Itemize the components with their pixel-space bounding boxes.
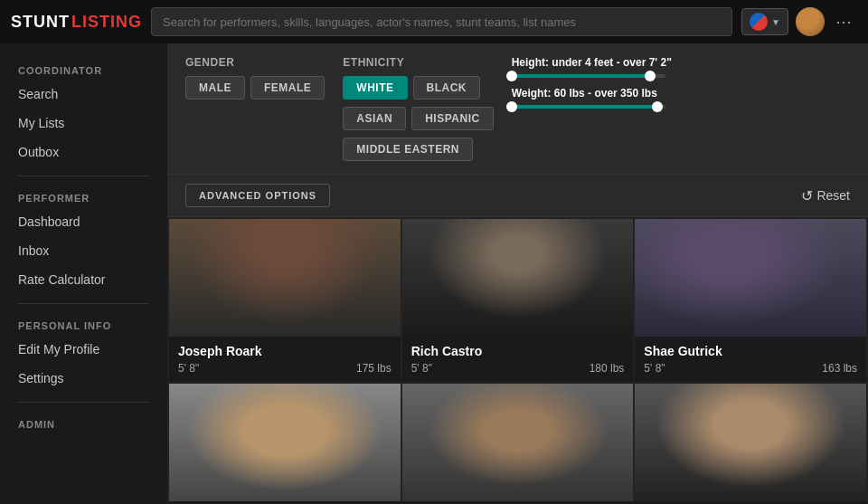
performer-card-5[interactable]	[402, 384, 634, 504]
weight-slider-fill	[512, 105, 658, 109]
sidebar-item-settings[interactable]: Settings	[0, 364, 167, 393]
reset-button[interactable]: ↺ Reset	[801, 187, 850, 204]
height-slider-track[interactable]	[512, 74, 665, 78]
height-label: Height: under 4 feet - over 7' 2"	[512, 56, 850, 69]
sidebar-item-outbox[interactable]: Outbox	[0, 138, 167, 166]
weight-slider-thumb-left[interactable]	[506, 101, 517, 112]
performer-height-rich: 5' 8"	[411, 362, 432, 375]
ethnicity-label: Ethnicity	[343, 56, 493, 69]
sidebar-divider-1	[18, 176, 149, 176]
admin-section-label: ADMIN	[0, 412, 167, 433]
advanced-options-button[interactable]: ADVANCED OPTIONS	[185, 184, 330, 207]
reset-icon: ↺	[801, 187, 813, 204]
weight-slider-thumb-right[interactable]	[652, 101, 663, 112]
performer-stats-shae: 5' 8" 163 lbs	[644, 362, 857, 375]
performer-photo-6	[635, 384, 866, 501]
content-area: Gender MALE FEMALE Ethnicity WHITE BLACK…	[167, 43, 868, 504]
sidebar: COORDINATOR Search My Lists Outbox PERFO…	[0, 43, 167, 504]
performer-name-shae: Shae Gutrick	[644, 344, 857, 358]
gender-female-button[interactable]: FEMALE	[250, 76, 325, 100]
main-layout: COORDINATOR Search My Lists Outbox PERFO…	[0, 43, 868, 504]
gender-buttons: MALE FEMALE	[185, 76, 325, 100]
coordinator-section-label: COORDINATOR	[0, 58, 167, 80]
performer-photo-joseph	[169, 219, 401, 337]
performer-section-label: PERFORMER	[0, 185, 167, 207]
sidebar-item-inbox[interactable]: Inbox	[0, 236, 167, 265]
search-input[interactable]	[151, 7, 732, 36]
ethnicity-buttons-row3: MIDDLE EASTERN	[343, 138, 493, 161]
sidebar-divider-2	[18, 303, 149, 304]
performer-weight-rich: 180 lbs	[590, 362, 625, 375]
ethnicity-buttons-row2: ASIAN HISPANIC	[343, 107, 493, 130]
flag-dropdown-icon: ▼	[771, 17, 780, 27]
height-slider-thumb-right[interactable]	[645, 71, 656, 81]
weight-label: Weight: 60 lbs - over 350 lbs	[512, 87, 850, 100]
nav-right: ▼ ⋯	[741, 7, 857, 36]
filter-actions-row: ADVANCED OPTIONS ↺ Reset	[167, 175, 868, 217]
gender-label: Gender	[185, 56, 325, 69]
performer-weight-shae: 163 lbs	[822, 362, 857, 375]
performer-card-shae-gutrick[interactable]: Shae Gutrick 5' 8" 163 lbs	[635, 219, 866, 382]
weight-label-text: Weight:	[512, 87, 554, 100]
performer-info-rich: Rich Castro 5' 8" 180 lbs	[402, 337, 634, 382]
sidebar-item-rate-calculator[interactable]: Rate Calculator	[0, 265, 167, 294]
performer-photo-4	[169, 384, 401, 501]
performer-photo-5	[402, 384, 634, 501]
performer-photo-shae	[635, 219, 866, 337]
height-slider-group: Height: under 4 feet - over 7' 2" Weight…	[512, 56, 850, 109]
performer-card-4[interactable]	[169, 384, 401, 504]
ethnicity-white-button[interactable]: WHITE	[343, 76, 407, 100]
ethnicity-filter-group: Ethnicity WHITE BLACK ASIAN HISPANIC MID…	[343, 56, 493, 161]
gender-filter-group: Gender MALE FEMALE	[185, 56, 325, 100]
menu-dots-button[interactable]: ⋯	[832, 12, 857, 32]
sidebar-item-my-lists[interactable]: My Lists	[0, 109, 167, 138]
ethnicity-asian-button[interactable]: ASIAN	[343, 107, 406, 130]
performer-name-rich: Rich Castro	[411, 344, 625, 358]
weight-range-text: 60 lbs - over 350 lbs	[554, 87, 657, 100]
sidebar-item-dashboard[interactable]: Dashboard	[0, 207, 167, 236]
avatar[interactable]	[796, 7, 825, 36]
performer-card-rich-castro[interactable]: Rich Castro 5' 8" 180 lbs	[402, 219, 634, 382]
performer-name-joseph: Joseph Roark	[178, 344, 392, 358]
performer-height-joseph: 5' 8"	[178, 362, 199, 375]
performer-card-6[interactable]	[635, 384, 866, 504]
performer-card-joseph-roark[interactable]: Joseph Roark 5' 8" 175 lbs	[169, 219, 401, 382]
sidebar-item-search[interactable]: Search	[0, 80, 167, 109]
ethnicity-hispanic-button[interactable]: HISPANIC	[411, 107, 493, 130]
avatar-image	[796, 7, 825, 36]
flag-button[interactable]: ▼	[741, 8, 788, 35]
gender-male-button[interactable]: MALE	[185, 76, 245, 100]
performer-stats-joseph: 5' 8" 175 lbs	[178, 362, 392, 375]
performer-info-joseph: Joseph Roark 5' 8" 175 lbs	[169, 337, 401, 382]
ethnicity-buttons-row1: WHITE BLACK	[343, 76, 493, 100]
sidebar-divider-3	[18, 402, 149, 403]
height-slider-fill	[512, 74, 650, 78]
height-slider-item: Height: under 4 feet - over 7' 2"	[512, 56, 850, 78]
logo-listing: LISTING	[71, 13, 142, 32]
sidebar-item-edit-profile[interactable]: Edit My Profile	[0, 335, 167, 364]
ethnicity-black-button[interactable]: BLACK	[413, 76, 481, 100]
performer-height-shae: 5' 8"	[644, 362, 665, 375]
reset-label: Reset	[816, 188, 850, 203]
logo: STUNT LISTING	[11, 13, 142, 32]
performer-stats-rich: 5' 8" 180 lbs	[411, 362, 625, 375]
performer-photo-rich	[402, 219, 634, 337]
ethnicity-middle-eastern-button[interactable]: MIDDLE EASTERN	[343, 138, 473, 161]
height-label-text: Height:	[512, 56, 552, 69]
top-nav: STUNT LISTING ▼ ⋯	[0, 0, 868, 43]
height-slider-thumb-left[interactable]	[506, 71, 517, 81]
height-range-text: under 4 feet - over 7' 2"	[552, 56, 672, 69]
logo-stunt: STUNT	[11, 13, 70, 32]
performer-info-shae: Shae Gutrick 5' 8" 163 lbs	[635, 337, 866, 382]
weight-slider-track[interactable]	[512, 105, 665, 109]
personal-info-section-label: PERSONAL INFO	[0, 313, 167, 335]
weight-slider-item: Weight: 60 lbs - over 350 lbs	[512, 87, 850, 109]
filter-bar: Gender MALE FEMALE Ethnicity WHITE BLACK…	[167, 43, 868, 175]
performer-grid: Joseph Roark 5' 8" 175 lbs Rich Castro 5…	[167, 217, 868, 504]
performer-weight-joseph: 175 lbs	[356, 362, 392, 375]
flag-icon	[750, 13, 768, 31]
